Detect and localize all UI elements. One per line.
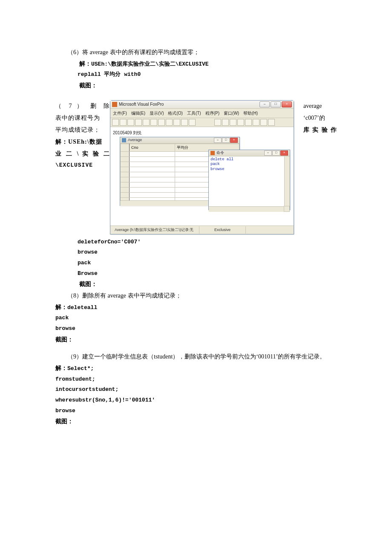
vertical-scrollbar[interactable] <box>284 156 290 207</box>
q8-ans-label: 解： <box>55 304 67 310</box>
q8-code-1: pack <box>55 313 337 324</box>
toolbar-button[interactable] <box>158 119 165 126</box>
q7-right-0: average <box>303 100 337 112</box>
cmd-line: pack <box>210 162 288 167</box>
toolbar-button[interactable] <box>173 119 180 126</box>
toolbar-button[interactable] <box>268 119 275 126</box>
vfp-toolbar <box>110 118 294 127</box>
status-right <box>246 226 292 234</box>
q7-left-4: 业 二 \ 实 验 二 <box>55 148 110 160</box>
menu-file[interactable]: 文件(F) <box>113 109 127 117</box>
toolbar-button[interactable] <box>120 119 127 126</box>
toolbar-button[interactable] <box>237 119 244 126</box>
q8-shot-label: 截图： <box>55 334 337 346</box>
q7-row: （ 7 ） 删 除 表中的课程号为 平均成绩记录； 解：USEh:\数据 业 二… <box>55 100 337 234</box>
toolbar-button[interactable] <box>112 119 119 126</box>
q8-code-0: deleteall <box>67 304 97 311</box>
toolbar-button[interactable] <box>127 119 134 126</box>
minimize-button[interactable]: – <box>259 101 270 107</box>
toolbar-button[interactable] <box>135 119 142 126</box>
q7-left-3: 解：USEh:\数据 <box>55 136 110 148</box>
command-icon <box>210 151 215 155</box>
q7-code-1: browse <box>55 247 337 258</box>
menu-edit[interactable]: 编辑(E) <box>131 109 145 117</box>
q7-code-0: deleteforCno='C007' <box>55 237 337 248</box>
maximize-button[interactable]: □ <box>222 138 230 143</box>
q9-code-1: fromstudent; <box>55 374 337 385</box>
toolbar-button[interactable] <box>245 119 252 126</box>
close-button[interactable]: × <box>282 101 292 107</box>
q6-title: （6）将 average 表中的所有课程的平均成绩置零； <box>55 47 337 58</box>
q7-code-3: Browse <box>55 269 337 279</box>
maximize-button[interactable]: □ <box>271 101 281 107</box>
q7-left-2: 平均成绩记录； <box>55 124 110 136</box>
q7-shot-label: 截图： <box>55 279 337 290</box>
q7-left-col: （ 7 ） 删 除 表中的课程号为 平均成绩记录； 解：USEh:\数据 业 二… <box>55 100 110 171</box>
maximize-button[interactable]: □ <box>272 150 280 156</box>
browse-titlebar: Average – □ × <box>120 137 239 144</box>
q9-code-2: intocursortstudent; <box>55 384 337 395</box>
toolbar-button[interactable] <box>150 119 157 126</box>
menu-tools[interactable]: 工具(T) <box>187 109 201 117</box>
q7-left-3-txt: 解：USEh:\数据 <box>55 139 102 145</box>
q8-answer: 解：deleteall <box>55 302 337 313</box>
q6-shot-label: 截图： <box>55 80 337 92</box>
q9-ans-label: 解： <box>55 365 67 371</box>
toolbar-button[interactable] <box>181 119 188 126</box>
vfp-statusbar: Average (h:\数据库实验作业二\实验二\)记录:无 Exclusive <box>110 225 294 234</box>
menu-program[interactable]: 程序(P) <box>205 109 219 117</box>
grid-icon <box>122 138 126 142</box>
q6-code-1: USEh:\数据库实验作业二\实验二\EXCLUSIVE <box>91 61 209 67</box>
browse-title: Average <box>128 136 214 144</box>
status-left: Average (h:\数据库实验作业二\实验二\)记录:无 <box>112 226 199 234</box>
q7-right-1: ‘c007’的 <box>303 112 337 124</box>
vfp-main-window: Microsoft Visual FoxPro – □ × 文件(F) 编辑(E… <box>110 100 294 234</box>
command-titlebar: 命令 – □ × <box>209 150 290 156</box>
q7-left-5: \EXCLUSIVE <box>55 160 110 171</box>
scroll-corner <box>284 206 290 212</box>
menu-view[interactable]: 显示(V) <box>150 109 164 117</box>
toolbar-button[interactable] <box>222 119 229 126</box>
menu-format[interactable]: 格式(O) <box>168 109 182 117</box>
minimize-button[interactable]: – <box>214 138 222 143</box>
q9-title: （9）建立一个临时学生信息表（tstudent），删除该表中的学号前六位为‘00… <box>55 351 337 363</box>
grid-col-cno[interactable]: Cno <box>130 144 175 151</box>
toolbar-button[interactable] <box>253 119 259 126</box>
window-buttons: – □ × <box>259 101 292 107</box>
vfp-menubar: 文件(F) 编辑(E) 显示(V) 格式(O) 工具(T) 程序(P) 窗口(W… <box>110 109 294 118</box>
close-button[interactable]: × <box>280 150 288 156</box>
toolbar-button[interactable] <box>189 119 196 126</box>
q6-code-2: replall 平均分 with0 <box>55 69 337 80</box>
close-button[interactable]: × <box>230 138 238 143</box>
toolbar-button[interactable] <box>214 119 221 126</box>
command-window-buttons: – □ × <box>264 150 288 156</box>
q9-shot-label: 截图： <box>55 416 337 428</box>
menu-window[interactable]: 窗口(W) <box>224 109 239 117</box>
command-body[interactable]: delete all pack browse <box>209 156 290 212</box>
minimize-button[interactable]: – <box>264 150 272 156</box>
cmd-line: delete all <box>210 157 288 162</box>
toolbar-button[interactable] <box>143 119 150 126</box>
command-title: 命令 <box>216 149 264 156</box>
document-page: （6）将 average 表中的所有课程的平均成绩置零； 解：USEh:\数据库… <box>0 0 392 555</box>
toolbar-button[interactable] <box>230 119 236 126</box>
toolbar-button[interactable] <box>166 119 173 126</box>
cmd-line: browse <box>210 167 288 172</box>
q9-code-4: browse <box>55 406 337 416</box>
horizontal-scrollbar[interactable] <box>209 206 285 212</box>
vfp-title: Microsoft Visual FoxPro <box>119 100 259 108</box>
foxpro-icon <box>112 102 117 107</box>
q8-code-2: browse <box>55 324 337 334</box>
command-window: 命令 – □ × delete all pack browse <box>208 150 290 210</box>
vfp-titlebar: Microsoft Visual FoxPro – □ × <box>110 101 294 109</box>
q8-title: （8）删除所有 average 表中平均成绩记录； <box>55 290 337 302</box>
q7-right-col: average ‘c007’的 库 实 验 作 <box>303 100 337 136</box>
q6-ans-label: 解： <box>79 61 91 67</box>
toolbar-button[interactable] <box>260 119 267 126</box>
q7-left-1: 表中的课程号为 <box>55 112 110 124</box>
browse-window-buttons: – □ × <box>214 138 238 143</box>
toolbar-spacer <box>196 119 213 126</box>
status-mid: Exclusive <box>199 226 246 234</box>
menu-help[interactable]: 帮助(H) <box>243 109 258 117</box>
q7-code-2: pack <box>55 258 337 269</box>
